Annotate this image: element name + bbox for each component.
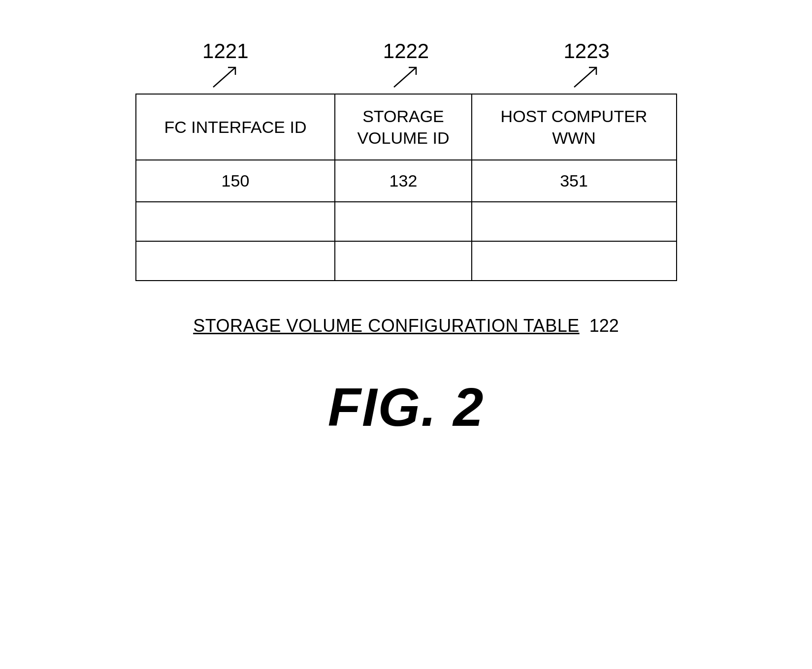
svg-line-1 [394, 67, 416, 87]
table-caption-text: STORAGE VOLUME CONFIGURATION TABLE [193, 316, 579, 336]
table-section: 1221 1222 1223 [135, 39, 677, 438]
header-host-computer-wwn: HOST COMPUTER WWN [472, 94, 677, 160]
cell-storage-volume-id-1: 132 [335, 160, 471, 202]
cell-host-computer-wwn-2 [472, 202, 677, 241]
header-fc-interface-id: FC INTERFACE ID [136, 94, 335, 160]
page-container: 1221 1222 1223 [0, 0, 812, 669]
col-number-1221: 1221 [135, 39, 316, 65]
arrow-col2 [316, 65, 496, 90]
figure-label: FIG. 2 [328, 376, 485, 438]
col-number-1222: 1222 [316, 39, 496, 65]
cell-host-computer-wwn-1: 351 [472, 160, 677, 202]
arrow-col1 [135, 65, 316, 90]
cell-fc-interface-id-2 [136, 202, 335, 241]
table-caption-section: STORAGE VOLUME CONFIGURATION TABLE 122 [193, 316, 619, 336]
cell-storage-volume-id-3 [335, 241, 471, 281]
table-header-row: FC INTERFACE ID STORAGE VOLUME ID HOST C… [136, 94, 677, 160]
arrow-row [135, 65, 677, 90]
column-numbers-row: 1221 1222 1223 [135, 39, 677, 65]
cell-fc-interface-id-1: 150 [136, 160, 335, 202]
storage-volume-table: FC INTERFACE ID STORAGE VOLUME ID HOST C… [135, 94, 677, 281]
cell-fc-interface-id-3 [136, 241, 335, 281]
table-row: 150 132 351 [136, 160, 677, 202]
svg-line-2 [574, 67, 596, 87]
col-number-1223: 1223 [496, 39, 677, 65]
table-row [136, 202, 677, 241]
header-storage-volume-id: STORAGE VOLUME ID [335, 94, 471, 160]
arrow-col3 [496, 65, 677, 90]
table-caption-number: 122 [589, 316, 619, 336]
cell-host-computer-wwn-3 [472, 241, 677, 281]
cell-storage-volume-id-2 [335, 202, 471, 241]
table-row [136, 241, 677, 281]
svg-line-0 [213, 67, 235, 87]
